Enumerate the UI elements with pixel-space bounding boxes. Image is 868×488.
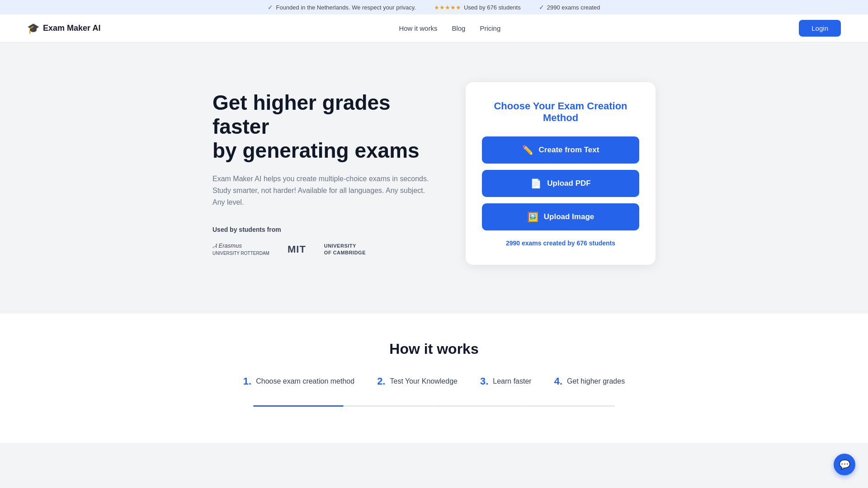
nav-how-it-works[interactable]: How it works [399,24,437,32]
university-logos: 𝓐 Erasmus UNIVERSITY ROTTERDAM MIT UNIVE… [212,242,429,256]
graduation-icon: 🎓 [27,23,39,34]
nav-links: How it works Blog Pricing [399,24,500,32]
stats-text: 2990 exams created by 676 students [482,239,639,247]
cambridge-logo: UNIVERSITYOF CAMBRIDGE [324,243,366,256]
how-title: How it works [36,341,832,357]
how-it-works-section: How it works 1. Choose exam creation met… [0,314,868,443]
step-indicator [36,405,832,407]
step-line-2 [344,405,434,407]
stars-icon: ★★★★★ [434,4,461,11]
hero-title: Get higher grades faster by generating e… [212,91,429,163]
check-icon-2: ✓ [539,4,544,11]
step-line-1 [253,405,344,407]
step-4: 4. Get higher grades [554,375,625,387]
upload-pdf-button[interactable]: 📄 Upload PDF [482,170,639,197]
image-icon: 🖼️ [527,211,538,222]
exams-notice: ✓ 2990 exams created [539,4,600,11]
hero-section: Get higher grades faster by generating e… [0,42,868,314]
step-line-4 [524,405,615,407]
top-banner: ✓ Founded in the Netherlands. We respect… [0,0,868,14]
mit-logo: MIT [288,244,306,255]
edit-icon: ✏️ [522,145,533,155]
exam-creation-card: Choose Your Exam Creation Method ✏️ Crea… [466,82,656,265]
students-notice: ★★★★★ Used by 676 students [434,4,521,11]
hero-description: Exam Maker AI helps you create multiple-… [212,173,429,208]
logo: 🎓 Exam Maker AI [27,23,100,34]
erasmus-logo: 𝓐 Erasmus UNIVERSITY ROTTERDAM [212,242,269,256]
nav-blog[interactable]: Blog [452,24,465,32]
login-button[interactable]: Login [799,20,841,37]
pdf-icon: 📄 [530,178,542,189]
hero-content: Get higher grades faster by generating e… [212,91,429,256]
used-by-label: Used by students from [212,226,429,233]
upload-image-button[interactable]: 🖼️ Upload Image [482,203,639,230]
step-1: 1. Choose exam creation method [243,375,354,387]
steps-row: 1. Choose exam creation method 2. Test Y… [36,375,832,387]
nav-pricing[interactable]: Pricing [480,24,500,32]
step-line-3 [434,405,524,407]
privacy-notice: ✓ Founded in the Netherlands. We respect… [268,4,416,11]
card-title: Choose Your Exam Creation Method [482,100,639,124]
check-icon: ✓ [268,4,273,11]
create-from-text-button[interactable]: ✏️ Create from Text [482,136,639,164]
step-3: 3. Learn faster [480,375,532,387]
navbar: 🎓 Exam Maker AI How it works Blog Pricin… [0,14,868,42]
step-2: 2. Test Your Knowledge [377,375,458,387]
